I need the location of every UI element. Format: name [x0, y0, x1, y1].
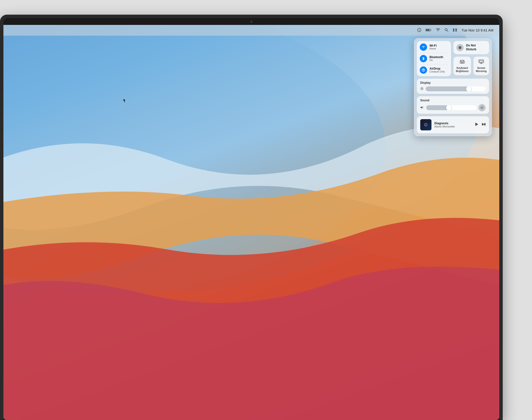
sound-section: Sound: [417, 96, 489, 114]
search-menubar-icon[interactable]: [445, 28, 448, 32]
cc-top-grid: Wi-Fi Home: [417, 41, 489, 76]
do-not-disturb-label: Do Not Disturb: [466, 44, 476, 51]
output-selector-button[interactable]: [478, 104, 486, 111]
separator-2: [420, 64, 448, 64]
playback-controls: [475, 122, 486, 127]
wifi-menubar-icon[interactable]: [436, 28, 440, 32]
svg-rect-17: [460, 61, 461, 62]
bluetooth-name: Bluetooth: [430, 55, 443, 59]
play-button[interactable]: [475, 122, 478, 127]
album-art: [420, 119, 431, 130]
svg-rect-10: [455, 29, 457, 30]
wifi-tile-icon: [420, 44, 427, 51]
volume-slider[interactable]: [426, 105, 476, 110]
svg-line-39: [421, 89, 421, 90]
separator-1: [420, 53, 448, 53]
cc-network-tile: Wi-Fi Home: [417, 41, 451, 76]
cc-small-grid: Keyboard Brightness: [453, 57, 489, 75]
sound-label: Sound: [420, 99, 486, 102]
keyboard-brightness-tile[interactable]: Keyboard Brightness: [453, 57, 471, 75]
svg-point-41: [481, 107, 482, 108]
airdrop-item[interactable]: AirDrop Contacts Only: [420, 66, 448, 74]
svg-line-25: [460, 60, 461, 61]
screen-mirroring-icon: [479, 59, 484, 65]
brightness-low-icon: [420, 87, 424, 91]
svg-line-37: [423, 89, 423, 90]
svg-line-23: [461, 60, 461, 60]
svg-rect-21: [461, 62, 463, 63]
svg-point-31: [421, 88, 423, 89]
svg-rect-9: [453, 29, 454, 30]
wifi-name: Wi-Fi: [430, 44, 437, 47]
svg-text:i: i: [419, 29, 420, 31]
track-info: Diagnosis Alanis Morissette: [434, 122, 472, 128]
do-not-disturb-icon: [456, 44, 464, 51]
menubar-datetime[interactable]: Tue Nov 10 9:41 AM: [461, 28, 493, 32]
brightness-fill: [426, 87, 469, 91]
svg-point-15: [459, 47, 461, 49]
screen-mirroring-tile[interactable]: Screen Mirroring: [474, 57, 489, 75]
bluetooth-item[interactable]: Bluetooth On: [420, 55, 448, 62]
brightness-slider[interactable]: [426, 87, 486, 91]
menubar-right: i: [417, 28, 493, 33]
skip-forward-button[interactable]: [482, 122, 486, 127]
svg-rect-12: [455, 30, 457, 31]
volume-row: [420, 104, 486, 111]
do-not-disturb-tile[interactable]: Do Not Disturb: [453, 41, 489, 54]
brightness-slider-row: [420, 87, 486, 91]
info-icon[interactable]: i: [417, 28, 421, 33]
wifi-sub: Home: [430, 47, 437, 50]
svg-line-24: [463, 60, 464, 60]
battery-icon[interactable]: [426, 28, 431, 32]
svg-line-8: [447, 30, 448, 32]
keyboard-brightness-icon: [460, 59, 465, 65]
svg-rect-6: [426, 29, 430, 31]
svg-rect-20: [463, 61, 464, 62]
control-center-menubar-icon[interactable]: [453, 28, 457, 32]
bluetooth-tile-icon: [420, 55, 427, 62]
camera: [250, 20, 253, 23]
wifi-text: Wi-Fi Home: [430, 44, 437, 50]
display-label: Display: [420, 81, 486, 85]
volume-low-icon: [420, 106, 424, 110]
svg-rect-11: [453, 30, 454, 31]
brightness-thumb: [466, 87, 472, 91]
screen-mirroring-label: Screen Mirroring: [476, 66, 487, 73]
mouse-cursor: [123, 99, 125, 103]
svg-rect-16: [460, 61, 464, 63]
bluetooth-text: Bluetooth On: [430, 55, 443, 62]
airdrop-tile-icon: [420, 66, 427, 74]
airdrop-name: AirDrop: [430, 67, 445, 70]
svg-line-26: [463, 60, 464, 61]
now-playing-section: Diagnosis Alanis Morissette: [417, 116, 489, 133]
wifi-item[interactable]: Wi-Fi Home: [420, 44, 448, 51]
svg-rect-5: [431, 30, 431, 30]
airdrop-sub: Contacts Only: [430, 70, 445, 73]
bluetooth-sub: On: [430, 59, 443, 62]
track-name: Diagnosis: [434, 122, 472, 125]
cc-right-col: Do Not Disturb: [453, 41, 489, 76]
svg-rect-18: [461, 61, 462, 62]
volume-thumb: [446, 105, 451, 110]
display-section: Display: [417, 79, 489, 94]
control-center-panel: Wi-Fi Home: [414, 38, 492, 136]
airdrop-text: AirDrop Contacts Only: [430, 67, 445, 73]
track-artist: Alanis Morissette: [434, 125, 472, 128]
svg-rect-28: [479, 60, 483, 62]
keyboard-brightness-label: Keyboard Brightness: [456, 66, 469, 73]
volume-fill: [426, 105, 449, 110]
menubar: i: [3, 25, 499, 36]
svg-rect-19: [462, 61, 463, 62]
